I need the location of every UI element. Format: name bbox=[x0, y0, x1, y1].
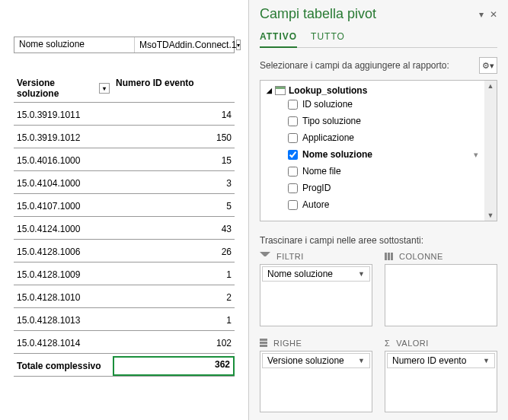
table-row[interactable]: 15.0.4128.100626 bbox=[14, 240, 235, 262]
table-row[interactable]: 15.0.4128.1014102 bbox=[14, 331, 235, 354]
area-columns-body[interactable] bbox=[385, 264, 497, 326]
close-icon[interactable]: ✕ bbox=[490, 9, 497, 20]
drag-instruction: Trascinare i campi nelle aree sottostant… bbox=[260, 235, 497, 246]
row-header-dropdown-icon[interactable]: ▾ bbox=[99, 83, 110, 94]
field-label: Nome soluzione bbox=[302, 149, 372, 160]
table-row[interactable]: 15.0.4104.10003 bbox=[14, 171, 235, 194]
filter-dropdown-icon[interactable]: ▾ bbox=[236, 40, 241, 50]
pane-tabs: ATTIVO TUTTO bbox=[260, 28, 497, 48]
field-list-pane: Campi tabella pivot ▾ ✕ ATTIVO TUTTO Sel… bbox=[248, 0, 508, 420]
row-value: 5 bbox=[113, 199, 235, 216]
value-header: Numero ID evento bbox=[113, 75, 235, 102]
row-header-label: Versione soluzione bbox=[17, 78, 99, 99]
gear-icon[interactable]: ⚙ ▾ bbox=[479, 57, 497, 74]
row-value: 14 bbox=[113, 108, 235, 125]
row-value: 1 bbox=[113, 313, 235, 330]
chip-filter-label: Nome soluzione bbox=[267, 269, 333, 279]
sigma-icon: Σ bbox=[385, 339, 390, 348]
area-columns: COLONNE bbox=[385, 252, 497, 326]
table-row[interactable]: 15.0.4107.10005 bbox=[14, 194, 235, 217]
area-rows: RIGHE Versione soluzione▼ bbox=[260, 339, 372, 413]
area-rows-title: RIGHE bbox=[273, 339, 302, 348]
field-checkbox[interactable] bbox=[288, 150, 298, 160]
tab-all[interactable]: TUTTO bbox=[311, 28, 345, 47]
field-item[interactable]: Autore bbox=[267, 196, 481, 213]
table-name: Lookup_solutions bbox=[289, 85, 367, 96]
row-version: 15.0.4128.1014 bbox=[14, 336, 113, 353]
tab-active[interactable]: ATTIVO bbox=[260, 28, 297, 48]
field-label: Applicazione bbox=[302, 132, 354, 143]
row-value: 1 bbox=[113, 268, 235, 285]
row-value: 15 bbox=[113, 154, 235, 170]
row-version: 15.0.4124.1000 bbox=[14, 222, 113, 239]
chip-value[interactable]: Numero ID evento▼ bbox=[387, 353, 495, 368]
table-row[interactable]: 15.0.3919.1012150 bbox=[14, 126, 235, 148]
chip-value-label: Numero ID evento bbox=[392, 355, 466, 366]
filter-indicator-icon[interactable]: ▾ bbox=[474, 150, 478, 160]
chevron-down-icon[interactable]: ▼ bbox=[358, 357, 365, 364]
area-filters: FILTRI Nome soluzione▼ bbox=[260, 252, 372, 326]
table-row[interactable]: 15.0.4016.100015 bbox=[14, 148, 235, 171]
scroll-up-icon[interactable]: ▲ bbox=[485, 81, 496, 91]
row-value: 43 bbox=[113, 222, 235, 239]
table-row[interactable]: 15.0.4128.10102 bbox=[14, 285, 235, 308]
move-icon[interactable]: ▾ bbox=[479, 9, 484, 20]
chip-row[interactable]: Versione soluzione▼ bbox=[262, 353, 370, 368]
field-item[interactable]: Nome file bbox=[267, 163, 481, 180]
field-item[interactable]: Nome soluzione▾ bbox=[267, 146, 481, 163]
field-item[interactable]: Applicazione bbox=[267, 129, 481, 146]
table-row[interactable]: 15.0.4128.10131 bbox=[14, 308, 235, 331]
field-item[interactable]: ID soluzione bbox=[267, 96, 481, 113]
area-columns-title: COLONNE bbox=[399, 252, 443, 261]
row-version: 15.0.4128.1009 bbox=[14, 268, 113, 285]
field-label: Nome file bbox=[302, 166, 341, 177]
field-label: Autore bbox=[302, 199, 329, 210]
field-item[interactable]: Tipo soluzione bbox=[267, 113, 481, 129]
row-version: 15.0.3919.1012 bbox=[14, 131, 113, 148]
filter-value[interactable]: MsoTDAddin.Connect.1 ▾ bbox=[135, 37, 234, 52]
field-item[interactable]: ProgID bbox=[267, 180, 481, 196]
area-values: ΣVALORI Numero ID evento▼ bbox=[385, 339, 497, 413]
row-header[interactable]: Versione soluzione ▾ bbox=[14, 75, 113, 102]
grand-total-value: 362 bbox=[113, 356, 235, 376]
table-icon bbox=[275, 86, 286, 95]
row-value: 150 bbox=[113, 131, 235, 148]
table-node[interactable]: ◢ Lookup_solutions bbox=[267, 85, 481, 96]
table-row[interactable]: 15.0.3919.101114 bbox=[14, 103, 235, 126]
row-version: 15.0.4128.1010 bbox=[14, 291, 113, 307]
field-checkbox[interactable] bbox=[288, 167, 298, 177]
row-version: 15.0.4128.1013 bbox=[14, 313, 113, 330]
field-label: Tipo soluzione bbox=[302, 116, 361, 126]
chevron-down-icon[interactable]: ▼ bbox=[483, 357, 490, 364]
field-checkbox[interactable] bbox=[288, 200, 298, 210]
filter-field-label: Nome soluzione bbox=[14, 37, 135, 52]
row-version: 15.0.4107.1000 bbox=[14, 199, 113, 216]
field-checkbox[interactable] bbox=[288, 133, 298, 143]
scroll-down-icon[interactable]: ▼ bbox=[485, 210, 496, 221]
table-row[interactable]: 15.0.4124.100043 bbox=[14, 217, 235, 240]
collapse-icon[interactable]: ◢ bbox=[267, 87, 272, 94]
field-list: ◢ Lookup_solutions ID soluzioneTipo solu… bbox=[260, 80, 497, 221]
area-filters-body[interactable]: Nome soluzione▼ bbox=[260, 264, 372, 326]
chip-filter[interactable]: Nome soluzione▼ bbox=[262, 266, 370, 282]
field-checkbox[interactable] bbox=[288, 100, 298, 110]
field-label: ID soluzione bbox=[302, 99, 353, 110]
scrollbar-vertical[interactable]: ▲ ▼ bbox=[484, 81, 497, 221]
table-row[interactable]: 15.0.4128.10091 bbox=[14, 262, 235, 285]
row-value: 3 bbox=[113, 177, 235, 193]
pane-title: Campi tabella pivot bbox=[260, 6, 376, 22]
funnel-icon bbox=[260, 252, 270, 261]
field-checkbox[interactable] bbox=[288, 183, 298, 193]
area-rows-body[interactable]: Versione soluzione▼ bbox=[260, 351, 372, 413]
row-version: 15.0.4016.1000 bbox=[14, 154, 113, 170]
area-values-body[interactable]: Numero ID evento▼ bbox=[385, 351, 497, 413]
pivot-table: Versione soluzione ▾ Numero ID evento 15… bbox=[14, 75, 235, 377]
field-checkbox[interactable] bbox=[288, 116, 298, 126]
grand-total-label: Totale complessivo bbox=[14, 359, 113, 376]
row-value: 2 bbox=[113, 291, 235, 307]
chip-row-label: Versione soluzione bbox=[267, 355, 344, 366]
chevron-down-icon[interactable]: ▼ bbox=[358, 270, 365, 278]
filter-value-text: MsoTDAddin.Connect.1 bbox=[139, 40, 236, 50]
report-filter[interactable]: Nome soluzione MsoTDAddin.Connect.1 ▾ bbox=[14, 37, 235, 53]
area-filters-title: FILTRI bbox=[276, 252, 304, 261]
